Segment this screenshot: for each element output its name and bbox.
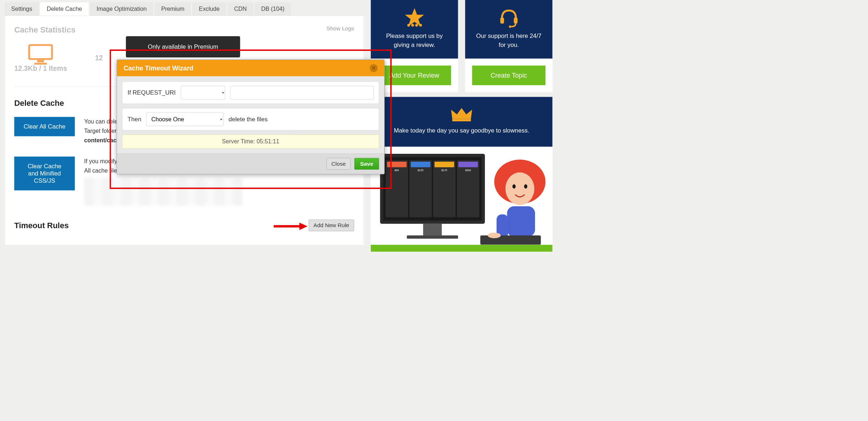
- show-logs-link[interactable]: Show Logs: [326, 25, 354, 32]
- review-text: Please support us by giving a review.: [378, 32, 451, 49]
- then-label: Then: [127, 116, 141, 123]
- add-new-rule-button[interactable]: Add New Rule: [308, 220, 354, 231]
- tab-premium[interactable]: Premium: [155, 2, 191, 16]
- if-value-input[interactable]: [230, 86, 374, 99]
- then-rule-block: Then Choose One delete the files: [122, 108, 379, 130]
- modal-close-icon[interactable]: ✕: [370, 64, 378, 72]
- stat-second: 12: [95, 54, 103, 62]
- support-card: Our support is here 24/7 for you. Create…: [465, 0, 552, 92]
- if-rule-block: If REQUEST_URI: [122, 82, 379, 104]
- svg-rect-0: [29, 45, 52, 59]
- headset-icon: [498, 7, 519, 28]
- modal-save-button[interactable]: Save: [354, 158, 379, 169]
- svg-point-17: [512, 185, 516, 189]
- svg-point-18: [524, 185, 527, 189]
- svg-rect-10: [500, 17, 504, 23]
- cache-statistics-title: Cache Statistics: [14, 25, 354, 34]
- then-interval-select[interactable]: Choose One: [146, 112, 223, 126]
- svg-point-16: [505, 173, 534, 205]
- svg-point-7: [411, 24, 414, 27]
- svg-rect-19: [507, 206, 535, 236]
- svg-rect-1: [37, 60, 44, 62]
- person-illustration: [480, 156, 550, 245]
- tab-exclude[interactable]: Exclude: [192, 2, 226, 16]
- svg-point-6: [407, 24, 410, 27]
- tab-delete-cache[interactable]: Delete Cache: [40, 2, 88, 16]
- plan-price-2: $175: [442, 169, 447, 172]
- support-text: Our support is here 24/7 for you.: [472, 32, 546, 49]
- add-review-button[interactable]: Add Your Review: [378, 66, 451, 85]
- plan-price-3: $300: [465, 169, 471, 172]
- svg-point-9: [419, 24, 422, 27]
- svg-rect-11: [514, 17, 517, 23]
- tab-settings[interactable]: Settings: [5, 2, 39, 16]
- clear-cache-minified-button[interactable]: Clear Cache and Minified CSS/JS: [14, 157, 75, 191]
- server-time-value: 05:51:11: [257, 138, 279, 145]
- desktop-icon: [28, 44, 53, 65]
- star-icon: [404, 7, 425, 28]
- cache-timeout-wizard-modal: Cache Timeout Wizard ✕ If REQUEST_URI Th…: [117, 60, 385, 174]
- premium-text: Make today the day you say goodbye to sl…: [378, 126, 545, 135]
- stat-second-value: 12: [95, 54, 103, 62]
- plan-price-1: $125: [418, 169, 424, 172]
- timeout-rules-title: Timeout Rules: [14, 221, 69, 230]
- blurred-text: [84, 178, 242, 206]
- tab-image-optimization[interactable]: Image Optimization: [90, 2, 153, 16]
- plan-price-0: $49: [395, 169, 399, 172]
- server-time: Server Time: 05:51:11: [122, 135, 379, 148]
- svg-marker-4: [299, 222, 308, 230]
- clear-all-line2: Target folder: [84, 127, 117, 134]
- monitor-illustration: $49 $125 $175 $300: [380, 154, 485, 239]
- clear-all-cache-button[interactable]: Clear All Cache: [14, 117, 75, 136]
- modal-title-text: Cache Timeout Wizard: [123, 64, 193, 72]
- premium-tooltip: Only available in Premium: [126, 36, 240, 57]
- delete-files-label: delete the files: [228, 116, 267, 123]
- green-strip: [371, 245, 552, 252]
- svg-point-22: [488, 233, 501, 238]
- if-operator-select[interactable]: [181, 86, 225, 99]
- tab-db[interactable]: DB (104): [255, 2, 291, 16]
- server-time-label: Server Time:: [222, 138, 257, 145]
- tab-cdn[interactable]: CDN: [228, 2, 253, 16]
- promo-image: $49 $125 $175 $300: [371, 147, 552, 245]
- tabs-row: Settings Delete Cache Image Optimization…: [5, 0, 364, 16]
- arrow-right-icon: [272, 222, 307, 231]
- stat-desktop-value: 12.3Kb / 1 Items: [14, 65, 67, 73]
- modal-close-button[interactable]: Close: [326, 158, 351, 169]
- svg-point-12: [509, 25, 511, 27]
- if-label: If REQUEST_URI: [127, 89, 176, 96]
- stat-desktop: 12.3Kb / 1 Items: [14, 44, 67, 73]
- svg-rect-14: [452, 119, 471, 121]
- svg-point-8: [415, 24, 418, 27]
- crown-icon: [450, 106, 473, 122]
- create-topic-button[interactable]: Create Topic: [472, 66, 546, 85]
- svg-marker-13: [451, 108, 472, 119]
- premium-promo-card: Make today the day you say goodbye to sl…: [371, 97, 552, 252]
- svg-marker-5: [405, 8, 424, 26]
